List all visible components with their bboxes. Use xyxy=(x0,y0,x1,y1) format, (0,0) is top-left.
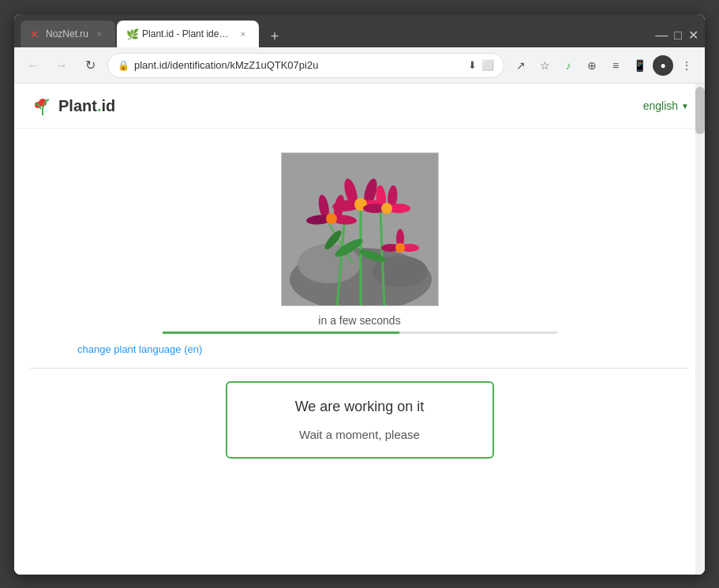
plantid-tab-label: Plant.id - Plant identification app xyxy=(142,28,232,39)
lock-icon: 🔒 xyxy=(118,60,129,71)
new-tab-button[interactable]: + xyxy=(264,25,286,47)
noznet-tab-icon: ✕ xyxy=(30,28,41,39)
page-content: Plant.id english ▼ Write us xyxy=(14,84,705,575)
forward-icon: → xyxy=(55,58,68,73)
main-content: in a few seconds change plant language (… xyxy=(14,129,705,482)
tab-bar: ✕ NozNet.ru × 🌿 Plant.id - Plant identif… xyxy=(14,14,705,47)
music-button[interactable]: ♪ xyxy=(558,55,579,76)
progress-bar xyxy=(163,331,557,334)
plant-image-svg xyxy=(282,153,439,306)
cast-icon[interactable]: ⬜ xyxy=(481,59,494,71)
tab-plantid[interactable]: 🌿 Plant.id - Plant identification app × xyxy=(117,21,259,47)
tab-noznet[interactable]: ✕ NozNet.ru × xyxy=(21,21,115,47)
language-arrow-icon: ▼ xyxy=(681,102,689,110)
site-logo[interactable]: Plant.id xyxy=(30,93,115,118)
logo-icon xyxy=(30,93,55,118)
plantid-tab-icon: 🌿 xyxy=(126,28,137,39)
forward-button[interactable]: → xyxy=(51,54,73,77)
bookmark-button[interactable]: ☆ xyxy=(534,55,555,76)
language-selector[interactable]: english ▼ xyxy=(643,99,689,112)
status-subtitle: Wait a moment, please xyxy=(259,428,461,441)
image-caption: in a few seconds xyxy=(318,314,400,327)
browser-window: ✕ NozNet.ru × 🌿 Plant.id - Plant identif… xyxy=(14,14,705,575)
progress-bar-fill xyxy=(163,331,399,334)
noznet-tab-label: NozNet.ru xyxy=(46,28,88,39)
phone-button[interactable]: 📱 xyxy=(629,55,650,76)
back-icon: ← xyxy=(27,58,39,73)
extensions-button[interactable]: ⊕ xyxy=(582,55,602,76)
plant-image-container xyxy=(281,152,439,306)
share-button[interactable]: ↗ xyxy=(511,55,531,76)
download-page-icon[interactable]: ⬇ xyxy=(468,59,477,71)
plant-image xyxy=(282,153,438,305)
nav-bar: ← → ↻ 🔒 plant.id/identification/kMzZ1uQT… xyxy=(14,47,705,84)
content-divider xyxy=(30,368,689,369)
address-bar[interactable]: 🔒 plant.id/identification/kMzZ1uQTK07pi2… xyxy=(107,53,504,78)
scrollbar-thumb[interactable] xyxy=(695,87,705,134)
change-language-link[interactable]: change plant language (en) xyxy=(77,343,202,355)
menu-button[interactable]: ⋮ xyxy=(676,55,697,76)
status-title: We are working on it xyxy=(259,399,461,415)
reload-icon: ↻ xyxy=(85,58,95,73)
back-button[interactable]: ← xyxy=(22,54,44,77)
svg-point-28 xyxy=(381,203,392,214)
plantid-tab-close[interactable]: × xyxy=(237,28,249,40)
site-header: Plant.id english ▼ xyxy=(14,84,705,129)
logo-text: Plant.id xyxy=(58,97,115,115)
profile-button[interactable]: ● xyxy=(653,55,673,76)
url-text: plant.id/identification/kMzZ1uQTK07pi2u xyxy=(134,59,463,71)
nav-actions: ↗ ☆ ♪ ⊕ ≡ 📱 ● ⋮ xyxy=(511,55,697,76)
language-label: english xyxy=(643,99,678,112)
scrollbar[interactable] xyxy=(695,84,705,575)
reload-button[interactable]: ↻ xyxy=(79,54,101,77)
reading-list-button[interactable]: ≡ xyxy=(605,55,626,76)
svg-point-32 xyxy=(395,243,405,253)
window-maximize-button[interactable]: □ xyxy=(674,28,682,43)
status-box: We are working on it Wait a moment, plea… xyxy=(226,381,494,459)
window-close-button[interactable]: ✕ xyxy=(688,28,698,43)
noznet-tab-close[interactable]: × xyxy=(93,28,106,40)
svg-point-23 xyxy=(326,213,337,224)
window-minimize-button[interactable]: — xyxy=(655,28,668,43)
